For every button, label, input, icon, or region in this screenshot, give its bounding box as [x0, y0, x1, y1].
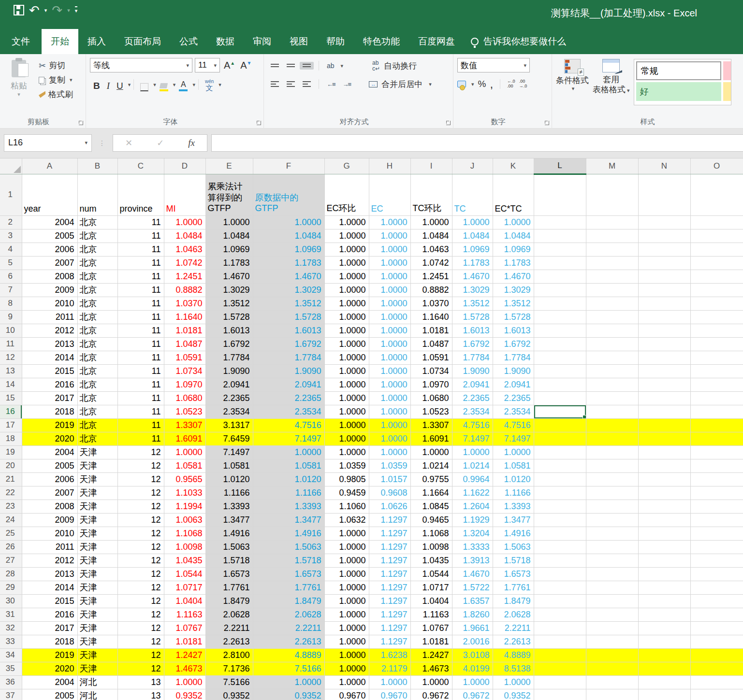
cell[interactable]: 2.3534: [253, 405, 324, 418]
cell[interactable]: [638, 621, 690, 635]
cell[interactable]: [690, 540, 743, 554]
cell[interactable]: 0.9672: [410, 689, 452, 700]
cell[interactable]: [586, 635, 638, 648]
cell[interactable]: 天津: [77, 445, 117, 459]
cell[interactable]: [534, 689, 586, 700]
cell[interactable]: 2008: [22, 500, 77, 513]
cell[interactable]: 1.4673: [410, 662, 452, 675]
cell[interactable]: 1.3477: [205, 513, 253, 527]
cell[interactable]: 2011: [22, 310, 77, 324]
cell[interactable]: 1.0435: [410, 554, 452, 567]
cell[interactable]: [690, 256, 743, 270]
cell[interactable]: 1.0680: [164, 391, 205, 405]
cell[interactable]: 1.0098: [410, 540, 452, 554]
comma-style-button[interactable]: ,: [490, 82, 493, 86]
align-middle-button[interactable]: [284, 62, 298, 70]
cell[interactable]: 1.0000: [324, 215, 369, 229]
cell[interactable]: 2.8100: [205, 648, 253, 662]
row-header-37[interactable]: 37: [0, 689, 22, 700]
cell[interactable]: 1.1297: [369, 594, 410, 608]
column-header-I[interactable]: I: [410, 158, 452, 174]
cell[interactable]: [534, 621, 586, 635]
cell[interactable]: 2019: [22, 418, 77, 432]
cell[interactable]: 2010: [22, 297, 77, 310]
cell[interactable]: 1.3029: [205, 283, 253, 297]
cell[interactable]: 12: [117, 459, 164, 472]
cell[interactable]: 12: [117, 554, 164, 567]
cell[interactable]: 1.3477: [253, 513, 324, 527]
cell[interactable]: 1.1297: [369, 513, 410, 527]
cell[interactable]: 2014: [22, 351, 77, 364]
cell[interactable]: [534, 270, 586, 283]
cell[interactable]: 1.5063: [493, 540, 534, 554]
cell[interactable]: 河北: [77, 689, 117, 700]
row-header-15[interactable]: 15: [0, 391, 22, 405]
cell[interactable]: 1.8479: [253, 594, 324, 608]
cell[interactable]: [586, 174, 638, 215]
cell[interactable]: 1.0000: [324, 378, 369, 391]
cell[interactable]: 1.0000: [324, 310, 369, 324]
cell[interactable]: [586, 648, 638, 662]
cell[interactable]: 11: [117, 324, 164, 337]
decrease-font-icon[interactable]: A▼: [239, 60, 253, 71]
cell[interactable]: 11: [117, 310, 164, 324]
cell[interactable]: 1.0181: [410, 324, 452, 337]
cell[interactable]: 1.0063: [164, 513, 205, 527]
cell[interactable]: 1.0000: [324, 432, 369, 445]
undo-icon[interactable]: ↶: [29, 5, 40, 15]
tell-me-box[interactable]: 告诉我你想要做什么: [471, 29, 566, 54]
column-header-H[interactable]: H: [369, 158, 410, 174]
cell[interactable]: 1.5728: [253, 310, 324, 324]
cell[interactable]: 1.9661: [452, 621, 493, 635]
conditional-formatting-button[interactable]: 条件格式 ▾: [556, 58, 589, 115]
cell[interactable]: 1.0680: [410, 391, 452, 405]
cell[interactable]: 12: [117, 527, 164, 540]
customize-qat-icon[interactable]: ▾: [75, 6, 78, 14]
cell[interactable]: [690, 229, 743, 243]
cell[interactable]: 12: [117, 567, 164, 581]
cell[interactable]: 1.0000: [493, 215, 534, 229]
cell[interactable]: 1.4670: [253, 270, 324, 283]
cell[interactable]: 2.0941: [253, 378, 324, 391]
cell[interactable]: [690, 418, 743, 432]
cell[interactable]: [586, 621, 638, 635]
cell[interactable]: 北京: [77, 283, 117, 297]
increase-decimal-button[interactable]: ←.0 .00: [507, 79, 515, 89]
cell[interactable]: 天津: [77, 500, 117, 513]
cell[interactable]: 1.0000: [324, 283, 369, 297]
cell[interactable]: 1.3512: [205, 297, 253, 310]
cell[interactable]: 1.0581: [493, 459, 534, 472]
cell[interactable]: 2017: [22, 621, 77, 635]
row-header-8[interactable]: 8: [0, 297, 22, 310]
cell[interactable]: 1.0487: [410, 337, 452, 351]
cell[interactable]: [690, 297, 743, 310]
cell[interactable]: [586, 567, 638, 581]
cell[interactable]: 1.0000: [493, 445, 534, 459]
cell[interactable]: [638, 662, 690, 675]
cell[interactable]: 1.0000: [369, 310, 410, 324]
bold-button[interactable]: B: [90, 78, 103, 91]
cell[interactable]: 北京: [77, 310, 117, 324]
cell[interactable]: 1.1163: [164, 608, 205, 621]
cell[interactable]: 4.7516: [253, 418, 324, 432]
save-icon[interactable]: [14, 5, 24, 15]
cell[interactable]: 2007: [22, 256, 77, 270]
row-header-35[interactable]: 35: [0, 662, 22, 675]
cell[interactable]: 1.0000: [410, 675, 452, 689]
cell[interactable]: 2008: [22, 270, 77, 283]
header-cell[interactable]: 原数据中的 GTFP: [253, 174, 324, 215]
cell[interactable]: [586, 527, 638, 540]
cell[interactable]: 1.0000: [410, 215, 452, 229]
cell[interactable]: [690, 364, 743, 378]
row-header-13[interactable]: 13: [0, 364, 22, 378]
cell[interactable]: 北京: [77, 405, 117, 418]
cell[interactable]: 2.3534: [452, 405, 493, 418]
cell[interactable]: [638, 432, 690, 445]
column-header-F[interactable]: F: [253, 158, 324, 174]
cell[interactable]: 1.3477: [493, 513, 534, 527]
cell[interactable]: 0.9670: [369, 689, 410, 700]
cell[interactable]: 1.1297: [369, 581, 410, 594]
cell[interactable]: 2020: [22, 432, 77, 445]
cell[interactable]: 12: [117, 445, 164, 459]
cell[interactable]: 1.5718: [493, 554, 534, 567]
